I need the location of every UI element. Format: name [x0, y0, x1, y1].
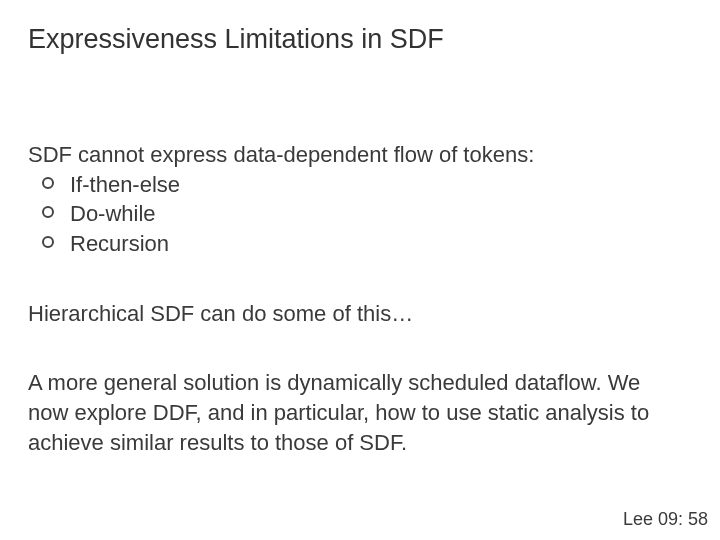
bullet-icon	[42, 177, 54, 189]
list-item-label: Do-while	[70, 201, 156, 226]
intro-text: SDF cannot express data-dependent flow o…	[28, 140, 668, 170]
paragraph-solution: A more general solution is dynamically s…	[28, 368, 668, 457]
bullet-icon	[42, 206, 54, 218]
list-item: Recursion	[42, 229, 668, 259]
list-item: Do-while	[42, 199, 668, 229]
list-item-label: Recursion	[70, 231, 169, 256]
bullet-icon	[42, 236, 54, 248]
slide-footer: Lee 09: 58	[623, 509, 708, 530]
list-item: If-then-else	[42, 170, 668, 200]
paragraph-hierarchical: Hierarchical SDF can do some of this…	[28, 299, 668, 329]
bullet-list: If-then-else Do-while Recursion	[42, 170, 668, 259]
slide-body: SDF cannot express data-dependent flow o…	[28, 140, 668, 458]
slide-title: Expressiveness Limitations in SDF	[28, 24, 444, 55]
slide: Expressiveness Limitations in SDF SDF ca…	[0, 0, 720, 540]
list-item-label: If-then-else	[70, 172, 180, 197]
